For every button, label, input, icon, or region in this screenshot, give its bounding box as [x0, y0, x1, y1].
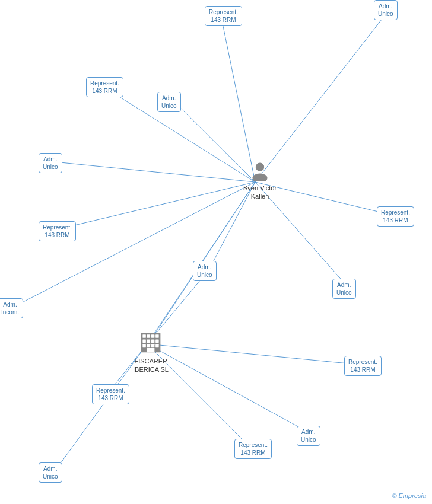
svg-rect-31	[151, 344, 154, 347]
svg-line-8	[13, 182, 255, 307]
role-box-r10[interactable]: Adm. Unico	[374, 0, 398, 20]
svg-rect-28	[155, 340, 158, 343]
role-box-r15[interactable]: Adm. Unico	[39, 462, 62, 483]
role-node-r4[interactable]: Adm. Unico	[39, 153, 62, 173]
role-box-r6[interactable]: Adm. Unico	[193, 261, 217, 281]
role-node-r2[interactable]: Represent. 143 RRM	[86, 77, 123, 97]
role-node-r6[interactable]: Adm. Unico	[193, 261, 217, 281]
svg-rect-26	[147, 340, 150, 343]
role-box-r5[interactable]: Represent. 143 RRM	[39, 221, 76, 241]
role-box-r2[interactable]: Represent. 143 RRM	[86, 77, 123, 97]
role-node-r12[interactable]: Represent. 143 RRM	[344, 356, 382, 376]
svg-rect-27	[151, 340, 154, 343]
role-node-r10[interactable]: Adm. Unico	[374, 0, 398, 20]
svg-point-18	[256, 163, 264, 171]
role-box-r11[interactable]: Represent. 143 RRM	[92, 384, 129, 404]
svg-rect-29	[142, 344, 145, 347]
role-box-r4[interactable]: Adm. Unico	[39, 153, 62, 173]
role-node-r11[interactable]: Represent. 143 RRM	[92, 384, 129, 404]
role-node-r15[interactable]: Adm. Unico	[39, 462, 62, 483]
svg-rect-24	[155, 334, 158, 337]
svg-rect-30	[147, 344, 150, 347]
svg-rect-21	[142, 334, 145, 337]
svg-line-0	[221, 15, 255, 182]
svg-rect-23	[151, 334, 154, 337]
role-box-r8[interactable]: Adm. Unico	[332, 279, 356, 299]
role-box-r13[interactable]: Represent. 143 RRM	[234, 439, 272, 459]
role-node-r7[interactable]: Represent. 143 RRM	[377, 206, 414, 227]
svg-line-11	[147, 344, 360, 365]
person-icon	[249, 160, 271, 181]
svg-line-9	[255, 9, 390, 182]
company-node[interactable]: FISCAREP IBERICA SL	[133, 331, 169, 374]
company-label: FISCAREP IBERICA SL	[133, 357, 169, 374]
person-label: Sven Victor Kallen	[243, 184, 277, 201]
svg-point-19	[252, 174, 267, 182]
watermark: © Empresia	[392, 492, 426, 499]
company-icon	[139, 331, 163, 355]
svg-line-13	[147, 344, 313, 435]
svg-rect-22	[147, 334, 150, 337]
svg-line-4	[55, 182, 255, 230]
role-node-r3[interactable]: Adm. Unico	[157, 92, 181, 112]
role-node-r14[interactable]: Adm. Unico	[297, 426, 320, 446]
person-node[interactable]: Sven Victor Kallen	[243, 160, 277, 201]
role-box-r12[interactable]: Represent. 143 RRM	[344, 356, 382, 376]
svg-rect-25	[142, 340, 145, 343]
role-box-r9[interactable]: Adm. Incom.	[0, 298, 23, 318]
svg-rect-33	[147, 348, 155, 352]
svg-rect-32	[155, 344, 158, 347]
role-node-r1[interactable]: Represent. 143 RRM	[205, 6, 242, 26]
role-box-r7[interactable]: Represent. 143 RRM	[377, 206, 414, 227]
role-node-r13[interactable]: Represent. 143 RRM	[234, 439, 272, 459]
role-box-r3[interactable]: Adm. Unico	[157, 92, 181, 112]
role-box-r1[interactable]: Represent. 143 RRM	[205, 6, 242, 26]
role-node-r8[interactable]: Adm. Unico	[332, 279, 356, 299]
svg-line-3	[55, 162, 255, 182]
role-node-r5[interactable]: Represent. 143 RRM	[39, 221, 76, 241]
role-box-r14[interactable]: Adm. Unico	[297, 426, 320, 446]
role-node-r9[interactable]: Adm. Incom.	[0, 298, 23, 318]
